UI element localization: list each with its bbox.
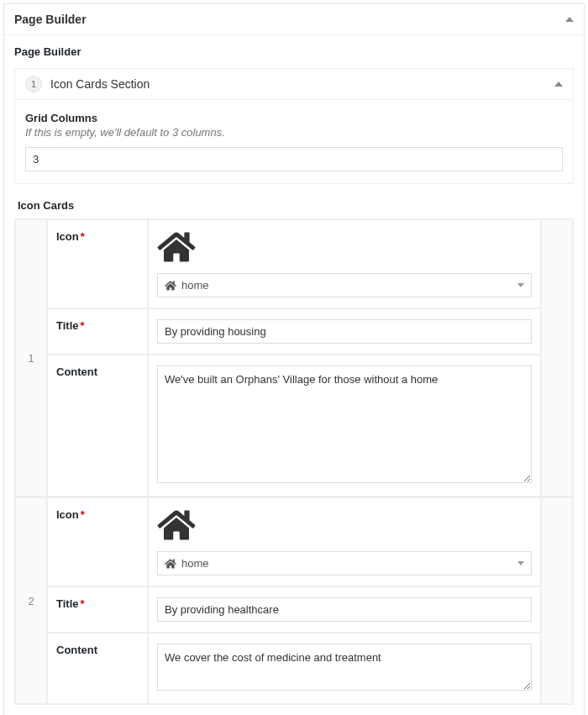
- grid-columns-input[interactable]: [25, 147, 563, 171]
- icon-select-value: home: [165, 557, 209, 570]
- required-marker: *: [81, 597, 85, 610]
- icon-cards-label: Icon Cards: [18, 199, 574, 212]
- page-builder-panel: Page Builder Page Builder 1 Icon Cards S…: [3, 3, 585, 715]
- title-field-cell: [148, 308, 541, 355]
- content-textarea[interactable]: [157, 644, 532, 691]
- icon-select-value: home: [165, 279, 209, 292]
- builder-subtitle: Page Builder: [14, 45, 574, 58]
- content-field-label: Content: [47, 355, 148, 497]
- title-input[interactable]: [157, 597, 532, 622]
- title-input[interactable]: [157, 319, 532, 344]
- home-icon: [157, 230, 532, 266]
- title-field-label: Title*: [47, 586, 148, 633]
- icon-card-row: 2 Icon* home Title*: [14, 497, 574, 705]
- panel-title: Page Builder: [14, 13, 87, 26]
- icon-field-cell: home: [148, 497, 541, 586]
- grid-columns-label: Grid Columns: [25, 112, 563, 124]
- content-field-label: Content: [47, 633, 148, 704]
- card-number[interactable]: 2: [15, 497, 47, 704]
- collapse-section-icon: [554, 81, 563, 87]
- icon-field-label: Icon*: [47, 497, 148, 586]
- content-textarea[interactable]: [157, 365, 532, 483]
- card-actions[interactable]: [541, 497, 573, 704]
- card-actions[interactable]: [541, 219, 573, 497]
- icon-field-label: Icon*: [47, 219, 148, 308]
- content-field-cell: [148, 633, 541, 704]
- title-field-label: Title*: [47, 308, 148, 355]
- icon-field-cell: home: [148, 219, 541, 308]
- chevron-down-icon: [517, 283, 524, 287]
- section-name: Icon Cards Section: [50, 77, 150, 91]
- section-body: Grid Columns If this is empty, we'll def…: [14, 100, 574, 184]
- panel-header[interactable]: Page Builder: [4, 4, 584, 35]
- section-header-left: 1 Icon Cards Section: [25, 76, 150, 92]
- grid-columns-help: If this is empty, we'll default to 3 col…: [25, 126, 563, 139]
- title-field-cell: [148, 586, 541, 633]
- home-icon: [165, 280, 176, 292]
- section-header-row[interactable]: 1 Icon Cards Section: [14, 68, 574, 100]
- home-icon: [157, 508, 532, 544]
- home-icon: [165, 558, 176, 570]
- icon-select[interactable]: home: [157, 551, 532, 576]
- collapse-icon: [565, 17, 574, 22]
- content-field-cell: [148, 355, 541, 497]
- chevron-down-icon: [517, 561, 524, 565]
- required-marker: *: [81, 319, 85, 332]
- required-marker: *: [81, 508, 85, 521]
- card-number[interactable]: 1: [15, 219, 47, 497]
- panel-body: Page Builder 1 Icon Cards Section Grid C…: [4, 35, 584, 715]
- required-marker: *: [81, 230, 85, 243]
- icon-select[interactable]: home: [157, 273, 532, 297]
- section-number-badge: 1: [25, 76, 42, 92]
- icon-card-row: 1 Icon* home Title*: [14, 218, 574, 497]
